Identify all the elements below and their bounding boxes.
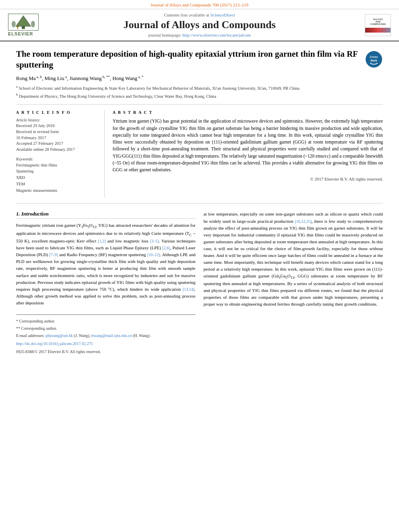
intro-body-text-right: at low temperature, especially on some n… [204,211,383,308]
abstract-copyright: © 2017 Elsevier B.V. All rights reserved… [113,176,383,183]
ref-1-2[interactable]: [1,2] [98,239,106,243]
keyword-2: Sputtering [16,168,98,175]
online-date: Available online 28 February 2017 [16,147,98,153]
keyword-5: Magnetic measurements [16,187,98,194]
accepted-date: Accepted 27 February 2017 [16,141,98,147]
doi-link[interactable]: http://dx.doi.org/10.1016/j.jallcom.2017… [16,341,93,346]
svg-text:Mark: Mark [370,59,377,62]
journal-citation-bar: Journal of Alloys and Compounds 708 (201… [0,0,399,9]
alloys-compounds-logo: ALLOYSANDCOMPOUNDS [365,14,391,36]
author-ming-liu: Ming Liu [45,75,64,81]
email-2-person: (H. Wang). [133,333,150,338]
crossmark-icon: Cross Mark [365,50,383,68]
journal-header: ELSEVIER Contents lists available at Sci… [0,9,399,41]
crossmark-area[interactable]: Cross Mark [359,49,383,68]
email-label: E-mail addresses: [16,333,45,338]
journal-header-center: Contents lists available at ScienceDirec… [40,12,359,37]
email-line: E-mail addresses: phjwang@ust.hk (J. Wan… [16,333,195,339]
journal-citation: Journal of Alloys and Compounds 708 (201… [151,2,249,7]
article-title-section: The room temperature deposition of high-… [16,41,383,105]
keywords-label: Keywords: [16,157,98,161]
body-right-column: at low temperature, especially on some n… [204,211,383,355]
intro-paragraph-2: at low temperature, especially on some n… [204,211,383,308]
affiliations: a School of Electronic and Information E… [16,84,359,99]
article-info-column: A R T I C L E I N F O Article history: R… [16,110,105,197]
svg-point-6 [12,21,16,27]
contents-available-line: Contents lists available at ScienceDirec… [40,12,359,17]
email-1-link[interactable]: phjwang@ust.hk [45,333,74,338]
journal-logo-right: ALLOYSANDCOMPOUNDS [359,14,391,36]
article-title: The room temperature deposition of high-… [16,49,359,71]
email-1-person: (J. Wang), [74,333,90,338]
authors-line: Rong Ma a, b, Ming Liu a, Jiannong Wang … [16,75,359,82]
keyword-4: TEM [16,181,98,187]
article-info-heading: A R T I C L E I N F O [16,110,98,115]
main-content: The room temperature deposition of high-… [0,41,399,355]
intro-section-title: 1. Introduction [16,211,195,219]
abstract-paragraph: Yttrium iron garnet (YIG) has great pote… [113,118,383,173]
revised-date: 16 February 2017 [16,135,98,141]
issn-line: 0925-8388/© 2017 Elsevier B.V. All right… [16,349,195,355]
history-label: Article history: [16,118,98,122]
keywords-list: Ferrimagnetic thin films Sputtering XRD … [16,162,98,194]
svg-point-7 [31,21,35,27]
affil-a: a School of Electronic and Information E… [16,84,359,91]
email-2-link[interactable]: hwang@mail.xjtu.edu.cn [91,333,133,338]
revised-label: Received in revised form [16,129,98,135]
star2-note: ** Corresponding author. [16,325,195,332]
keywords-group: Keywords: Ferrimagnetic thin films Sputt… [16,157,98,194]
ref-10-12[interactable]: [10–12] [147,253,160,257]
intro-body-text: Ferrimagnetic yttrium iron garnet (Y3Fe5… [16,222,195,306]
elsevier-wordmark: ELSEVIER [8,31,33,36]
ref-3-5[interactable]: [3–5] [150,239,159,243]
sciencedirect-link[interactable]: ScienceDirect [210,12,235,17]
journal-homepage-link[interactable]: http://www.elsevier.com/locate/jalcom [183,33,251,37]
article-history: Article history: Received 29 July 2016 R… [16,118,98,152]
abstract-text: Yttrium iron garnet (YIG) has great pote… [113,118,383,183]
received-date: Received 29 July 2016 [16,123,98,129]
body-left-column: 1. Introduction Ferrimagnetic yttrium ir… [16,211,195,355]
body-section: 1. Introduction Ferrimagnetic yttrium ir… [16,203,383,355]
affil-b: b Department of Physics, The Hong Kong U… [16,92,359,99]
ref-7-9[interactable]: [7–9] [49,253,58,257]
keyword-1: Ferrimagnetic thin films [16,162,98,168]
journal-title: Journal of Alloys and Compounds [40,19,359,31]
footer-notes: * Corresponding author. ** Corresponding… [16,314,195,355]
journal-homepage: journal homepage: http://www.elsevier.co… [40,33,359,37]
ref-10-12-15[interactable]: [10,12,15] [295,219,312,224]
star1-note: * Corresponding author. [16,318,195,325]
ref-2-6[interactable]: [2,6] [162,246,170,250]
abstract-column: A B S T R A C T Yttrium iron garnet (YIG… [113,110,383,197]
keyword-3: XRD [16,175,98,181]
author-rong-ma: Rong Ma [16,75,36,81]
intro-paragraph-1: Ferrimagnetic yttrium iron garnet (Y3Fe5… [16,222,195,306]
article-title-area: The room temperature deposition of high-… [16,49,359,100]
info-abstract-section: A R T I C L E I N F O Article history: R… [16,105,383,203]
author-hong-wang: Hong Wang [112,75,137,81]
ref-13-14[interactable]: [13,14] [183,287,194,292]
abstract-heading: A B S T R A C T [113,110,383,115]
svg-text:Cross: Cross [370,55,378,58]
elsevier-logo: ELSEVIER [8,14,40,36]
svg-point-4 [17,26,19,28]
author-jiannong-wang: Jiannong Wang [70,75,102,81]
